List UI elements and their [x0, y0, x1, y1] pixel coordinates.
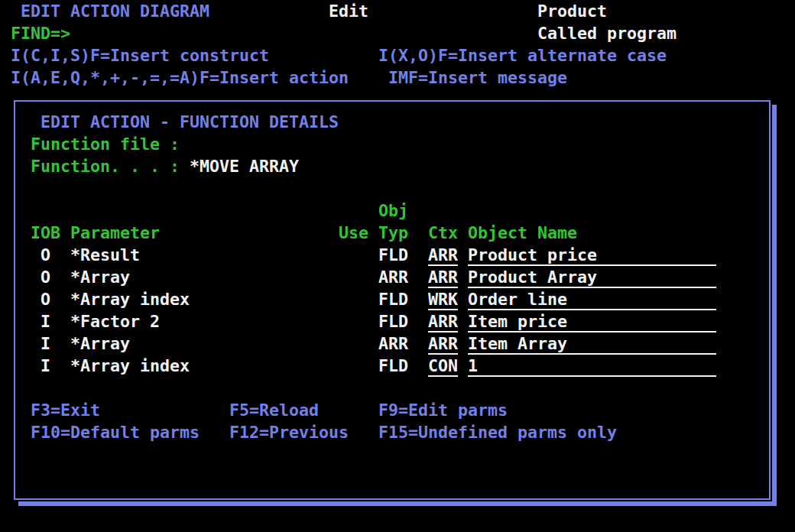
col-header-iob: IOB	[31, 222, 60, 244]
fkey-f15-undefined-parms-only[interactable]: F15=Undefined parms only	[378, 421, 617, 443]
param-ctx-input[interactable]: CON	[428, 355, 458, 377]
param-object-name-input[interactable]: Order line	[468, 288, 716, 310]
terminal-screen: EDIT ACTION DIAGRAMEditProductFIND=>Call…	[0, 0, 795, 532]
fkey-f10-default-parms[interactable]: F10=Default parms	[31, 421, 200, 443]
col-header-parameter: Parameter	[70, 222, 160, 244]
param-iob: I	[41, 310, 50, 332]
param-object-name-input[interactable]: 1	[468, 355, 716, 377]
param-obj-type: FLD	[378, 288, 408, 310]
param-name: *Array	[70, 332, 130, 355]
col-header-object-name: Object Name	[468, 222, 577, 244]
help-insert-message: IMF=Insert message	[388, 66, 567, 89]
param-ctx-input[interactable]: WRK	[428, 288, 458, 310]
param-obj-type: FLD	[378, 244, 408, 266]
col-header-use: Use	[339, 222, 368, 244]
screen-title: EDIT ACTION DIAGRAM	[21, 0, 209, 22]
function-value: *MOVE ARRAY	[190, 155, 299, 177]
col-header-ctx: Ctx	[428, 222, 458, 244]
param-iob: O	[41, 288, 50, 310]
param-iob: O	[41, 244, 50, 266]
param-obj-type: ARR	[378, 266, 408, 288]
col-header-typ: Typ	[378, 222, 408, 244]
param-ctx-input[interactable]: ARR	[428, 244, 458, 266]
function-file-label: Function file :	[31, 133, 180, 155]
fkey-f12-previous[interactable]: F12=Previous	[229, 421, 349, 443]
param-iob: O	[41, 266, 50, 288]
param-name: *Array index	[70, 355, 190, 377]
param-obj-type: ARR	[378, 332, 408, 355]
param-obj-type: FLD	[378, 355, 408, 377]
param-object-name-input[interactable]: Product price	[468, 244, 716, 266]
text-layer: EDIT ACTION DIAGRAMEditProductFIND=>Call…	[0, 0, 795, 532]
param-name: *Array index	[70, 288, 190, 310]
mode-indicator: Edit	[329, 0, 368, 22]
param-object-name-input[interactable]: Item price	[468, 310, 716, 332]
help-insert-construct: I(C,I,S)F=Insert construct	[11, 44, 269, 66]
find-prompt[interactable]: FIND=>	[11, 22, 70, 44]
param-ctx-input[interactable]: ARR	[428, 310, 458, 332]
col-header-obj: Obj	[378, 200, 408, 222]
fkey-f5-reload[interactable]: F5=Reload	[229, 399, 319, 421]
window-title: EDIT ACTION - FUNCTION DETAILS	[41, 111, 339, 133]
param-iob: I	[41, 332, 50, 355]
help-insert-alternate-case: I(X,O)F=Insert alternate case	[378, 44, 667, 66]
param-obj-type: FLD	[378, 310, 408, 332]
help-insert-action: I(A,E,Q,*,+,-,=,=A)F=Insert action	[11, 66, 349, 89]
param-object-name-input[interactable]: Product Array	[468, 266, 716, 288]
param-object-name-input[interactable]: Item Array	[468, 332, 716, 355]
param-ctx-input[interactable]: ARR	[428, 332, 458, 355]
param-ctx-input[interactable]: ARR	[428, 266, 458, 288]
fkey-f9-edit-parms[interactable]: F9=Edit parms	[378, 399, 508, 421]
param-name: *Result	[70, 244, 140, 266]
param-name: *Factor 2	[70, 310, 160, 332]
context-called-program: Called program	[537, 22, 677, 44]
fkey-f3-exit[interactable]: F3=Exit	[31, 399, 100, 421]
param-iob: I	[41, 355, 50, 377]
param-name: *Array	[70, 266, 130, 288]
context-product: Product	[537, 0, 607, 22]
function-label: Function. . . :	[31, 155, 180, 177]
